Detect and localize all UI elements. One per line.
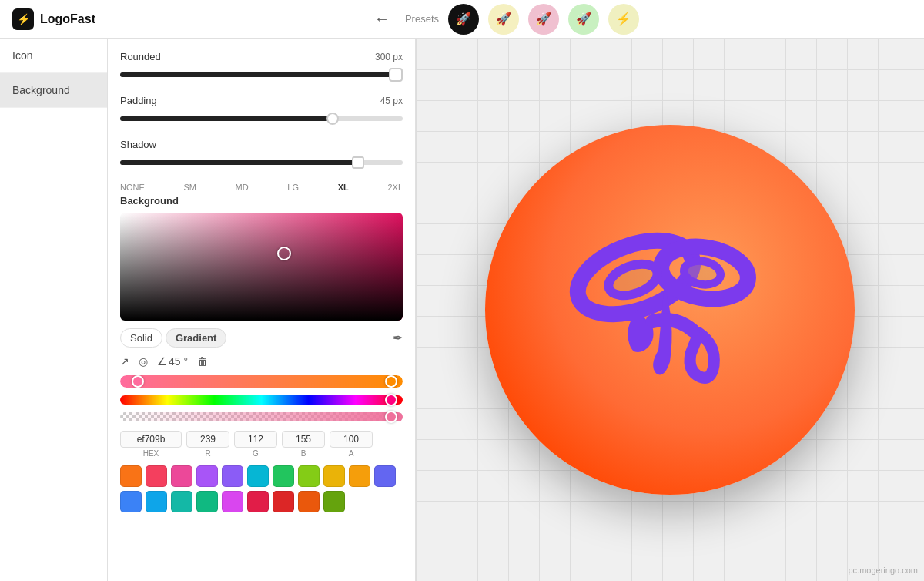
logo: ⚡ LogoFast [12,8,95,30]
color-mode-tabs: Solid Gradient ✒ [120,328,403,348]
g-label: G [253,449,259,458]
swatch-10[interactable] [349,465,370,487]
preset-button-5[interactable]: ⚡ [608,4,639,35]
swatch-4[interactable] [196,465,218,487]
padding-slider[interactable] [120,111,403,126]
logo-preview [485,125,855,495]
g-input[interactable] [234,431,277,448]
a-label: A [349,449,354,458]
sidebar: Icon Background [0,39,108,581]
swatch-14[interactable] [171,491,192,512]
hue-slider[interactable] [120,395,403,405]
rounded-value: 300 px [375,52,403,62]
radial-gradient-btn[interactable]: ◎ [139,355,148,368]
rounded-slider[interactable] [120,67,403,82]
swatches-row [120,465,403,512]
swatch-15[interactable] [196,491,218,512]
preset-button-4[interactable]: 🚀 [568,4,599,35]
canvas-area: pc.mogeringo.com [416,39,924,581]
color-picker-area[interactable] [120,213,403,321]
back-button[interactable]: ← [368,7,396,31]
b-label: B [301,449,306,458]
shadow-label: Shadow [120,139,156,150]
swatch-16[interactable] [222,491,243,512]
padding-label: Padding [120,95,157,106]
background-section-title: Background [120,195,403,207]
r-input[interactable] [186,431,229,448]
presets-label: Presets [405,13,439,25]
color-picker-dark-overlay [120,213,403,321]
rounded-label: Rounded [120,51,161,62]
eyedropper-button[interactable]: ✒ [393,331,403,345]
linear-gradient-btn[interactable]: ↗ [120,355,129,368]
swatch-18[interactable] [273,491,294,512]
hue-thumb [385,394,397,406]
delete-gradient-btn[interactable]: 🗑 [197,355,208,368]
swatch-7[interactable] [273,465,294,487]
shadow-labels: NONE SM MD LG XL 2XL [120,183,403,192]
swatch-17[interactable] [247,491,269,512]
swatch-20[interactable] [323,491,345,512]
gradient-thumb-right[interactable] [385,375,397,388]
control-panel: Rounded 300 px Padding 45 px Shadow [108,39,416,581]
svg-point-2 [604,258,661,301]
shadow-row: Shadow [120,139,403,150]
solid-tab[interactable]: Solid [120,328,162,348]
preset-button-3[interactable]: 🚀 [528,4,559,35]
b-input[interactable] [282,431,325,448]
header-center: ← Presets 🚀 🚀 🚀 🚀 ⚡ [95,4,912,35]
g-field: G [234,431,277,458]
angle-btn[interactable]: ∠ 45 ° [157,355,188,368]
rocket-svg [554,194,785,425]
shadow-slider[interactable] [120,155,403,170]
app-name: LogoFast [40,12,95,26]
rounded-row: Rounded 300 px [120,51,403,62]
gradient-bar[interactable] [120,375,403,388]
logo-icon: ⚡ [12,8,34,30]
color-inputs-row: HEX R G B A [120,431,403,458]
r-label: R [205,449,210,458]
gradient-controls: ↗ ◎ ∠ 45 ° 🗑 [120,355,403,368]
color-picker-cursor [277,247,291,260]
header: ⚡ LogoFast ← Presets 🚀 🚀 🚀 🚀 ⚡ [0,0,924,39]
sidebar-item-icon[interactable]: Icon [0,39,107,73]
alpha-slider[interactable] [120,412,403,421]
swatch-9[interactable] [323,465,345,487]
swatch-19[interactable] [298,491,320,512]
swatch-13[interactable] [146,491,167,512]
angle-value: 45 ° [169,355,188,368]
svg-point-3 [682,258,722,287]
main-layout: Icon Background Rounded 300 px Padding 4… [0,39,924,581]
swatch-3[interactable] [171,465,192,487]
sidebar-item-background[interactable]: Background [0,73,107,108]
swatch-5[interactable] [222,465,243,487]
alpha-thumb [385,411,397,423]
a-input[interactable] [330,431,373,448]
swatch-12[interactable] [120,491,142,512]
swatch-2[interactable] [146,465,167,487]
watermark: pc.mogeringo.com [849,566,919,575]
hex-label: HEX [143,449,159,458]
hex-field: HEX [120,431,182,458]
preset-button-2[interactable]: 🚀 [488,4,519,35]
swatch-11[interactable] [374,465,396,487]
b-field: B [282,431,325,458]
swatch-8[interactable] [298,465,320,487]
swatch-6[interactable] [247,465,269,487]
padding-value: 45 px [380,96,403,106]
r-field: R [186,431,229,458]
preset-button-1[interactable]: 🚀 [448,4,479,35]
padding-row: Padding 45 px [120,95,403,106]
swatch-1[interactable] [120,465,142,487]
gradient-thumb-left[interactable] [132,375,144,388]
hex-input[interactable] [120,431,182,448]
gradient-tab[interactable]: Gradient [166,328,226,348]
a-field: A [330,431,373,458]
